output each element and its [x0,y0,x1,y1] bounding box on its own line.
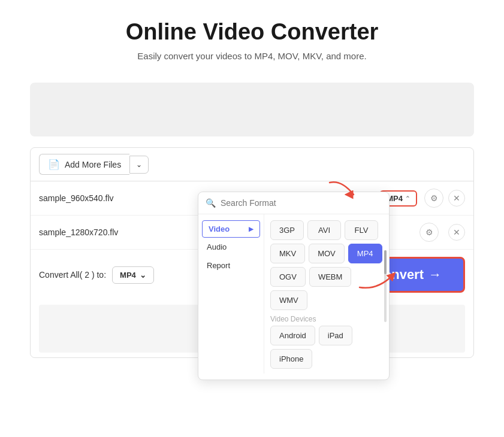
gear-icon-2: ⚙ [425,227,433,237]
page-subtitle: Easily convert your videos to MP4, MOV, … [12,51,492,61]
format-btn-avi[interactable]: AVI [307,220,341,240]
file-icon: 📄 [48,159,60,170]
add-files-dropdown-button[interactable]: ⌄ [129,156,149,174]
add-files-label: Add More Files [65,160,121,169]
arrow-indicator-2 [354,257,402,296]
format-btn-ipad[interactable]: iPad [319,326,352,345]
device-format-grid: Android iPad iPhone [270,326,383,369]
page-header: Online Video Converter Easily convert yo… [0,0,504,71]
toolbar: 📄 Add More Files ⌄ [31,148,473,181]
close-button-2[interactable]: ✕ [448,224,465,241]
convert-all-format-value: MP4 [120,271,136,280]
arrow-right-icon: → [428,267,442,283]
settings-button-2[interactable]: ⚙ [420,223,439,242]
upload-area[interactable] [30,83,474,136]
convert-all-label: Convert All( 2 ) to: [39,270,106,280]
video-devices-label: Video Devices [270,315,383,323]
format-btn-flv[interactable]: FLV [345,220,378,240]
convert-all-format-select[interactable]: MP4 ⌄ [112,266,154,284]
format-btn-3gp[interactable]: 3GP [270,220,304,240]
close-icon-2: ✕ [453,227,460,237]
format-btn-android[interactable]: Android [270,326,315,345]
close-button-1[interactable]: ✕ [448,190,465,207]
close-icon: ✕ [453,193,460,203]
format-btn-webm[interactable]: WEBM [309,267,351,287]
gear-icon: ⚙ [430,193,438,203]
category-report[interactable]: Report [198,256,264,275]
add-files-button[interactable]: 📄 Add More Files [39,154,129,175]
category-video-label: Video [209,224,230,233]
dropdown-sidebar: Video ▶ Audio Report [198,214,264,374]
format-btn-iphone[interactable]: iPhone [270,349,312,369]
category-report-label: Report [207,261,230,270]
settings-button-1[interactable]: ⚙ [424,189,443,208]
search-icon: 🔍 [206,198,216,208]
category-audio[interactable]: Audio [198,238,264,256]
category-video[interactable]: Video ▶ [202,220,260,238]
category-audio-label: Audio [207,242,227,251]
chevron-right-icon: ▶ [249,226,253,232]
chevron-up-icon: ⌃ [405,195,410,202]
format-btn-mkv[interactable]: MKV [270,244,305,263]
chevron-down-icon-2: ⌄ [140,271,146,280]
chevron-down-icon: ⌄ [136,160,142,169]
format-btn-wmv[interactable]: WMV [270,290,307,310]
page-title: Online Video Converter [12,19,492,45]
format-btn-ogv[interactable]: OGV [270,267,306,287]
arrow-indicator-1 [324,177,372,215]
format-btn-mov[interactable]: MOV [309,244,345,263]
